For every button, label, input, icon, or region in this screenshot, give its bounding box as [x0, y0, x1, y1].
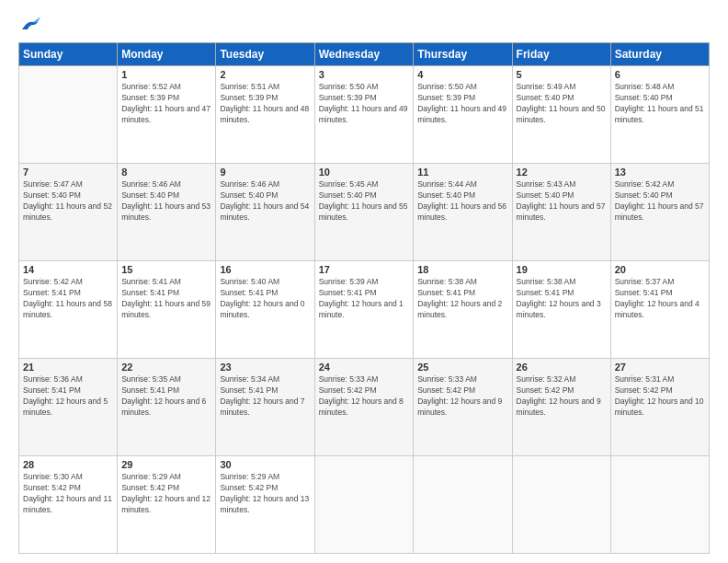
calendar-cell: 23Sunrise: 5:34 AMSunset: 5:41 PMDayligh… [216, 359, 314, 456]
day-info: Sunrise: 5:35 AMSunset: 5:41 PMDaylight:… [121, 374, 211, 419]
calendar-header-row: SundayMondayTuesdayWednesdayThursdayFrid… [19, 43, 710, 66]
calendar-cell: 18Sunrise: 5:38 AMSunset: 5:41 PMDayligh… [414, 261, 512, 359]
day-number: 19 [517, 264, 607, 275]
day-number: 6 [615, 69, 705, 80]
calendar-cell: 13Sunrise: 5:42 AMSunset: 5:40 PMDayligh… [610, 164, 709, 261]
logo [18, 17, 40, 33]
calendar-week-row: 1Sunrise: 5:52 AMSunset: 5:39 PMDaylight… [19, 66, 710, 164]
day-number: 16 [220, 264, 310, 275]
calendar-cell: 26Sunrise: 5:32 AMSunset: 5:42 PMDayligh… [512, 359, 610, 456]
day-info: Sunrise: 5:38 AMSunset: 5:41 PMDaylight:… [417, 277, 507, 321]
calendar-cell: 5Sunrise: 5:49 AMSunset: 5:40 PMDaylight… [512, 66, 610, 164]
calendar-week-row: 21Sunrise: 5:36 AMSunset: 5:41 PMDayligh… [19, 359, 710, 456]
day-info: Sunrise: 5:47 AMSunset: 5:40 PMDaylight:… [23, 179, 113, 224]
calendar-cell: 24Sunrise: 5:33 AMSunset: 5:42 PMDayligh… [314, 359, 414, 456]
calendar-cell: 3Sunrise: 5:50 AMSunset: 5:39 PMDaylight… [314, 66, 414, 164]
day-number: 3 [319, 69, 410, 80]
calendar-cell: 14Sunrise: 5:42 AMSunset: 5:41 PMDayligh… [19, 261, 118, 359]
day-info: Sunrise: 5:51 AMSunset: 5:39 PMDaylight:… [220, 82, 310, 126]
header [18, 17, 710, 33]
day-info: Sunrise: 5:38 AMSunset: 5:41 PMDaylight:… [517, 277, 607, 321]
calendar-cell: 1Sunrise: 5:52 AMSunset: 5:39 PMDaylight… [118, 66, 216, 164]
day-info: Sunrise: 5:36 AMSunset: 5:41 PMDaylight:… [23, 374, 113, 419]
day-info: Sunrise: 5:40 AMSunset: 5:41 PMDaylight:… [220, 277, 310, 321]
day-info: Sunrise: 5:50 AMSunset: 5:39 PMDaylight:… [417, 82, 507, 126]
calendar-cell: 16Sunrise: 5:40 AMSunset: 5:41 PMDayligh… [216, 261, 314, 359]
day-info: Sunrise: 5:31 AMSunset: 5:42 PMDaylight:… [615, 374, 705, 419]
calendar-table: SundayMondayTuesdayWednesdayThursdayFrid… [18, 42, 710, 554]
calendar-cell: 8Sunrise: 5:46 AMSunset: 5:40 PMDaylight… [118, 164, 216, 261]
calendar-cell: 11Sunrise: 5:44 AMSunset: 5:40 PMDayligh… [414, 164, 512, 261]
day-number: 27 [615, 362, 705, 373]
calendar-week-row: 14Sunrise: 5:42 AMSunset: 5:41 PMDayligh… [19, 261, 710, 359]
day-info: Sunrise: 5:49 AMSunset: 5:40 PMDaylight:… [517, 82, 607, 126]
day-info: Sunrise: 5:29 AMSunset: 5:42 PMDaylight:… [220, 472, 310, 516]
day-number: 9 [220, 167, 310, 178]
day-info: Sunrise: 5:50 AMSunset: 5:39 PMDaylight:… [319, 82, 410, 126]
page: SundayMondayTuesdayWednesdayThursdayFrid… [0, 0, 728, 563]
day-number: 7 [23, 167, 113, 178]
calendar-cell: 21Sunrise: 5:36 AMSunset: 5:41 PMDayligh… [19, 359, 118, 456]
day-number: 30 [220, 459, 310, 470]
calendar-cell: 12Sunrise: 5:43 AMSunset: 5:40 PMDayligh… [512, 164, 610, 261]
day-number: 20 [615, 264, 705, 275]
day-info: Sunrise: 5:52 AMSunset: 5:39 PMDaylight:… [121, 82, 211, 126]
calendar-cell: 10Sunrise: 5:45 AMSunset: 5:40 PMDayligh… [314, 164, 414, 261]
calendar-cell: 15Sunrise: 5:41 AMSunset: 5:41 PMDayligh… [118, 261, 216, 359]
calendar-week-row: 7Sunrise: 5:47 AMSunset: 5:40 PMDaylight… [19, 164, 710, 261]
weekday-header: Tuesday [216, 43, 314, 66]
day-number: 13 [615, 167, 705, 178]
day-number: 14 [23, 264, 113, 275]
calendar-cell: 20Sunrise: 5:37 AMSunset: 5:41 PMDayligh… [610, 261, 709, 359]
calendar-cell: 25Sunrise: 5:33 AMSunset: 5:42 PMDayligh… [414, 359, 512, 456]
day-info: Sunrise: 5:32 AMSunset: 5:42 PMDaylight:… [517, 374, 607, 419]
calendar-cell: 19Sunrise: 5:38 AMSunset: 5:41 PMDayligh… [512, 261, 610, 359]
weekday-header: Thursday [414, 43, 512, 66]
day-number: 4 [417, 69, 507, 80]
day-number: 29 [121, 459, 211, 470]
day-info: Sunrise: 5:42 AMSunset: 5:41 PMDaylight:… [23, 277, 113, 321]
calendar-cell [414, 456, 512, 554]
day-number: 15 [121, 264, 211, 275]
calendar-cell: 29Sunrise: 5:29 AMSunset: 5:42 PMDayligh… [118, 456, 216, 554]
day-number: 23 [220, 362, 310, 373]
day-info: Sunrise: 5:41 AMSunset: 5:41 PMDaylight:… [121, 277, 211, 321]
calendar-cell: 30Sunrise: 5:29 AMSunset: 5:42 PMDayligh… [216, 456, 314, 554]
day-number: 18 [417, 264, 507, 275]
day-info: Sunrise: 5:46 AMSunset: 5:40 PMDaylight:… [121, 179, 211, 224]
calendar-cell: 4Sunrise: 5:50 AMSunset: 5:39 PMDaylight… [414, 66, 512, 164]
day-info: Sunrise: 5:42 AMSunset: 5:40 PMDaylight:… [615, 179, 705, 224]
day-info: Sunrise: 5:37 AMSunset: 5:41 PMDaylight:… [615, 277, 705, 321]
calendar-cell: 27Sunrise: 5:31 AMSunset: 5:42 PMDayligh… [610, 359, 709, 456]
weekday-header: Monday [118, 43, 216, 66]
day-info: Sunrise: 5:39 AMSunset: 5:41 PMDaylight:… [319, 277, 410, 321]
day-number: 8 [121, 167, 211, 178]
day-number: 1 [121, 69, 211, 80]
day-info: Sunrise: 5:48 AMSunset: 5:40 PMDaylight:… [615, 82, 705, 126]
day-number: 12 [517, 167, 607, 178]
calendar-cell: 7Sunrise: 5:47 AMSunset: 5:40 PMDaylight… [19, 164, 118, 261]
day-number: 21 [23, 362, 113, 373]
day-number: 10 [319, 167, 410, 178]
day-info: Sunrise: 5:44 AMSunset: 5:40 PMDaylight:… [417, 179, 507, 224]
day-number: 22 [121, 362, 211, 373]
calendar-cell: 22Sunrise: 5:35 AMSunset: 5:41 PMDayligh… [118, 359, 216, 456]
calendar-cell: 17Sunrise: 5:39 AMSunset: 5:41 PMDayligh… [314, 261, 414, 359]
calendar-week-row: 28Sunrise: 5:30 AMSunset: 5:42 PMDayligh… [19, 456, 710, 554]
weekday-header: Sunday [19, 43, 118, 66]
day-info: Sunrise: 5:33 AMSunset: 5:42 PMDaylight:… [417, 374, 507, 419]
day-info: Sunrise: 5:45 AMSunset: 5:40 PMDaylight:… [319, 179, 410, 224]
weekday-header: Saturday [610, 43, 709, 66]
calendar-cell [314, 456, 414, 554]
day-info: Sunrise: 5:30 AMSunset: 5:42 PMDaylight:… [23, 472, 113, 516]
day-number: 2 [220, 69, 310, 80]
calendar-cell [610, 456, 709, 554]
calendar-cell: 2Sunrise: 5:51 AMSunset: 5:39 PMDaylight… [216, 66, 314, 164]
day-number: 28 [23, 459, 113, 470]
day-info: Sunrise: 5:34 AMSunset: 5:41 PMDaylight:… [220, 374, 310, 419]
day-number: 26 [517, 362, 607, 373]
calendar-cell: 9Sunrise: 5:46 AMSunset: 5:40 PMDaylight… [216, 164, 314, 261]
calendar-cell [512, 456, 610, 554]
calendar-cell: 6Sunrise: 5:48 AMSunset: 5:40 PMDaylight… [610, 66, 709, 164]
calendar-cell: 28Sunrise: 5:30 AMSunset: 5:42 PMDayligh… [19, 456, 118, 554]
